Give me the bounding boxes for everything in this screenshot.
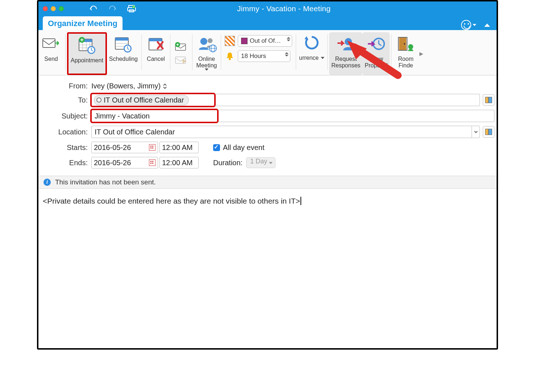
ribbon-overflow-button[interactable]: ▶ xyxy=(418,32,424,75)
titlebar: Jimmy - Vacation - Meeting xyxy=(38,1,497,16)
ends-date-value: 2016-05-26 xyxy=(94,159,131,167)
ends-date-field[interactable]: 2016-05-26 xyxy=(91,157,158,168)
svg-point-36 xyxy=(404,43,405,45)
show-as-swatch-icon xyxy=(225,36,235,46)
starts-time-value: 12:00 AM xyxy=(162,143,193,152)
chevron-updown-icon xyxy=(163,83,167,89)
room-address-book-button[interactable] xyxy=(483,126,494,138)
body-text: <Private details could be entered here a… xyxy=(43,197,300,205)
svg-point-31 xyxy=(229,58,231,60)
redo-icon[interactable] xyxy=(108,5,117,12)
reply-icon[interactable] xyxy=(174,42,188,53)
bell-icon xyxy=(225,51,235,61)
chevron-down-icon xyxy=(205,68,208,71)
send-button[interactable]: Send xyxy=(38,32,64,75)
starts-label: Starts: xyxy=(41,143,91,152)
svg-point-26 xyxy=(200,38,207,45)
recurrence-button[interactable]: urrence xyxy=(298,32,326,75)
ribbon-tab-row: Organizer Meeting xyxy=(38,16,497,30)
subject-value: Jimmy - Vacation xyxy=(95,112,150,120)
info-bar: i This invitation has not been sent. xyxy=(38,176,497,189)
ends-time-value: 12:00 AM xyxy=(162,159,193,167)
svg-rect-22 xyxy=(149,38,162,41)
zoom-window-button[interactable] xyxy=(59,6,64,11)
ribbon: Send Appointment xyxy=(38,30,497,75)
svg-point-32 xyxy=(345,38,352,45)
to-field-extension[interactable] xyxy=(215,94,480,106)
info-icon: i xyxy=(43,179,51,186)
svg-rect-39 xyxy=(485,97,488,103)
reminder-combo[interactable]: 18 Hours xyxy=(238,50,290,62)
svg-rect-4 xyxy=(43,39,55,47)
chevron-down-icon xyxy=(321,57,324,59)
chevron-down-icon xyxy=(473,24,476,26)
tab-organizer-meeting[interactable]: Organizer Meeting xyxy=(43,16,123,30)
svg-rect-40 xyxy=(489,97,492,103)
request-responses-button[interactable]: Request Responses xyxy=(329,32,362,75)
allow-proposal-icon xyxy=(366,33,387,54)
location-field[interactable]: IT Out of Office Calendar xyxy=(91,126,480,138)
svg-point-37 xyxy=(408,44,413,49)
calendar-icon xyxy=(149,159,155,166)
location-dropdown-button[interactable] xyxy=(472,126,480,138)
minimize-window-button[interactable] xyxy=(51,6,56,11)
forward-icon[interactable] xyxy=(174,56,188,66)
scheduling-button[interactable]: Scheduling xyxy=(107,32,140,75)
collapse-ribbon-button[interactable] xyxy=(484,24,490,27)
address-book-button[interactable] xyxy=(483,94,494,106)
svg-rect-42 xyxy=(489,129,492,135)
cancel-icon xyxy=(145,33,166,54)
meeting-body-editor[interactable]: <Private details could be entered here a… xyxy=(38,189,497,348)
calendar-icon xyxy=(149,144,155,151)
from-label: From: xyxy=(41,82,91,90)
starts-date-value: 2016-05-26 xyxy=(94,143,131,152)
duration-label: Duration: xyxy=(213,159,242,167)
status-color-swatch xyxy=(241,38,248,44)
recipient-name: IT Out of Office Calendar xyxy=(104,96,184,104)
text-cursor xyxy=(300,197,301,205)
address-book-icon xyxy=(485,96,493,104)
room-finder-button[interactable]: Room Finde xyxy=(393,32,418,75)
starts-date-field[interactable]: 2016-05-26 xyxy=(91,142,158,153)
subject-label: Subject: xyxy=(41,112,91,120)
online-meeting-button[interactable]: Online Meeting xyxy=(194,32,219,75)
location-value: IT Out of Office Calendar xyxy=(95,128,472,136)
duration-value: 1 Day xyxy=(250,158,267,165)
cancel-button[interactable]: Cancel xyxy=(143,32,169,75)
svg-rect-16 xyxy=(115,38,128,41)
meeting-form: From: Ivey (Bowers, Jimmy) To: IT Out of… xyxy=(38,75,497,176)
presence-icon xyxy=(96,97,101,103)
to-label: To: xyxy=(41,96,91,104)
window-controls xyxy=(38,6,64,11)
ends-label: Ends: xyxy=(41,159,91,167)
smiley-icon xyxy=(461,20,471,30)
svg-point-27 xyxy=(208,38,213,43)
from-account-picker[interactable]: Ivey (Bowers, Jimmy) xyxy=(91,82,167,90)
subject-field[interactable]: Jimmy - Vacation xyxy=(91,110,217,122)
duration-combo[interactable]: 1 Day xyxy=(246,157,275,168)
scheduling-icon xyxy=(113,33,134,54)
subject-field-extension[interactable] xyxy=(217,110,494,122)
appointment-button[interactable]: Appointment xyxy=(67,32,107,75)
recipient-chip[interactable]: IT Out of Office Calendar xyxy=(94,95,189,105)
window-title: Jimmy - Vacation - Meeting xyxy=(71,4,497,13)
address-book-icon xyxy=(485,128,493,135)
all-day-checkbox[interactable] xyxy=(213,144,220,151)
appointment-icon xyxy=(76,35,98,56)
svg-rect-41 xyxy=(485,129,488,135)
info-message: This invitation has not been sent. xyxy=(55,178,156,186)
location-label: Location: xyxy=(41,128,91,136)
reminder-value: 18 Hours xyxy=(241,53,266,60)
close-window-button[interactable] xyxy=(43,6,48,11)
send-icon xyxy=(41,33,62,54)
from-value: Ivey (Bowers, Jimmy) xyxy=(91,82,161,90)
allow-proposal-button[interactable]: Allow Proposal xyxy=(362,32,390,75)
show-as-combo[interactable]: Out of Of… xyxy=(238,35,292,47)
to-field[interactable]: IT Out of Office Calendar xyxy=(91,94,215,106)
feedback-button[interactable] xyxy=(461,20,476,30)
all-day-label: All day event xyxy=(223,143,265,152)
ends-time-field[interactable]: 12:00 AM xyxy=(159,157,199,168)
room-finder-icon xyxy=(395,33,416,54)
online-meeting-icon xyxy=(196,33,217,54)
starts-time-field[interactable]: 12:00 AM xyxy=(159,142,199,153)
